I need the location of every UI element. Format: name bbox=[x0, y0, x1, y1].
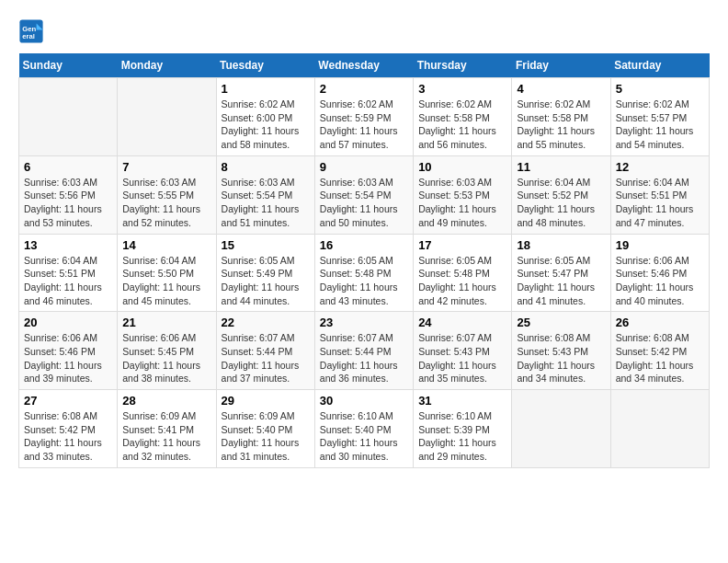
day-info: Sunrise: 6:02 AM Sunset: 5:58 PM Dayligh… bbox=[418, 98, 506, 152]
day-info: Sunrise: 6:03 AM Sunset: 5:55 PM Dayligh… bbox=[122, 176, 210, 230]
day-cell: 6Sunrise: 6:03 AM Sunset: 5:56 PM Daylig… bbox=[19, 155, 118, 234]
header: Gen eral bbox=[18, 18, 710, 44]
day-number: 24 bbox=[418, 316, 506, 329]
day-number: 10 bbox=[418, 160, 506, 174]
day-number: 27 bbox=[24, 394, 112, 408]
day-info: Sunrise: 6:04 AM Sunset: 5:50 PM Dayligh… bbox=[122, 254, 210, 308]
day-cell: 17Sunrise: 6:05 AM Sunset: 5:48 PM Dayli… bbox=[414, 234, 512, 312]
week-row-2: 6Sunrise: 6:03 AM Sunset: 5:56 PM Daylig… bbox=[19, 155, 710, 234]
day-number: 13 bbox=[24, 238, 112, 252]
day-info: Sunrise: 6:02 AM Sunset: 5:59 PM Dayligh… bbox=[320, 98, 408, 152]
day-info: Sunrise: 6:10 AM Sunset: 5:39 PM Dayligh… bbox=[418, 409, 506, 464]
day-cell: 5Sunrise: 6:02 AM Sunset: 5:57 PM Daylig… bbox=[610, 78, 709, 156]
day-number: 18 bbox=[517, 238, 605, 252]
day-cell: 11Sunrise: 6:04 AM Sunset: 5:52 PM Dayli… bbox=[512, 155, 610, 234]
day-cell: 19Sunrise: 6:06 AM Sunset: 5:46 PM Dayli… bbox=[610, 234, 709, 312]
day-number: 29 bbox=[222, 394, 310, 408]
day-info: Sunrise: 6:03 AM Sunset: 5:56 PM Dayligh… bbox=[24, 176, 112, 230]
day-number: 9 bbox=[320, 160, 408, 174]
day-cell: 28Sunrise: 6:09 AM Sunset: 5:41 PM Dayli… bbox=[118, 390, 216, 468]
calendar-body: 1Sunrise: 6:02 AM Sunset: 6:00 PM Daylig… bbox=[19, 78, 710, 468]
day-number: 14 bbox=[122, 238, 210, 252]
day-number: 28 bbox=[122, 394, 210, 408]
day-info: Sunrise: 6:07 AM Sunset: 5:44 PM Dayligh… bbox=[320, 331, 408, 385]
day-cell: 22Sunrise: 6:07 AM Sunset: 5:44 PM Dayli… bbox=[216, 312, 314, 390]
day-info: Sunrise: 6:03 AM Sunset: 5:53 PM Dayligh… bbox=[418, 176, 506, 230]
day-number: 31 bbox=[418, 394, 506, 408]
day-cell bbox=[512, 390, 610, 468]
day-number: 21 bbox=[122, 316, 210, 329]
day-info: Sunrise: 6:10 AM Sunset: 5:40 PM Dayligh… bbox=[320, 409, 408, 464]
day-number: 30 bbox=[320, 394, 408, 408]
day-cell: 8Sunrise: 6:03 AM Sunset: 5:54 PM Daylig… bbox=[216, 155, 314, 234]
day-cell: 29Sunrise: 6:09 AM Sunset: 5:40 PM Dayli… bbox=[216, 390, 314, 468]
day-number: 5 bbox=[616, 82, 704, 96]
day-number: 23 bbox=[320, 316, 408, 329]
day-info: Sunrise: 6:05 AM Sunset: 5:49 PM Dayligh… bbox=[222, 254, 310, 308]
day-cell: 25Sunrise: 6:08 AM Sunset: 5:43 PM Dayli… bbox=[512, 312, 610, 390]
day-info: Sunrise: 6:07 AM Sunset: 5:43 PM Dayligh… bbox=[418, 331, 506, 385]
day-cell: 1Sunrise: 6:02 AM Sunset: 6:00 PM Daylig… bbox=[216, 78, 314, 156]
day-cell: 7Sunrise: 6:03 AM Sunset: 5:55 PM Daylig… bbox=[118, 155, 216, 234]
day-info: Sunrise: 6:02 AM Sunset: 5:57 PM Dayligh… bbox=[616, 98, 704, 152]
week-row-5: 27Sunrise: 6:08 AM Sunset: 5:42 PM Dayli… bbox=[19, 390, 710, 468]
day-info: Sunrise: 6:08 AM Sunset: 5:42 PM Dayligh… bbox=[24, 409, 112, 464]
day-number: 1 bbox=[222, 82, 310, 96]
svg-text:Gen: Gen bbox=[22, 25, 36, 33]
day-info: Sunrise: 6:09 AM Sunset: 5:41 PM Dayligh… bbox=[122, 409, 210, 464]
day-info: Sunrise: 6:05 AM Sunset: 5:48 PM Dayligh… bbox=[418, 254, 506, 308]
calendar-table: SundayMondayTuesdayWednesdayThursdayFrid… bbox=[18, 53, 710, 468]
day-info: Sunrise: 6:06 AM Sunset: 5:46 PM Dayligh… bbox=[616, 254, 704, 308]
header-day-saturday: Saturday bbox=[610, 53, 709, 78]
header-day-tuesday: Tuesday bbox=[216, 53, 314, 78]
day-number: 19 bbox=[616, 238, 704, 252]
day-cell: 21Sunrise: 6:06 AM Sunset: 5:45 PM Dayli… bbox=[118, 312, 216, 390]
day-cell: 27Sunrise: 6:08 AM Sunset: 5:42 PM Dayli… bbox=[19, 390, 118, 468]
header-day-monday: Monday bbox=[118, 53, 216, 78]
day-cell: 2Sunrise: 6:02 AM Sunset: 5:59 PM Daylig… bbox=[314, 78, 413, 156]
day-number: 12 bbox=[616, 160, 704, 174]
day-number: 25 bbox=[517, 316, 605, 329]
day-cell: 31Sunrise: 6:10 AM Sunset: 5:39 PM Dayli… bbox=[414, 390, 512, 468]
day-info: Sunrise: 6:03 AM Sunset: 5:54 PM Dayligh… bbox=[320, 176, 408, 230]
day-cell: 26Sunrise: 6:08 AM Sunset: 5:42 PM Dayli… bbox=[610, 312, 709, 390]
day-cell: 9Sunrise: 6:03 AM Sunset: 5:54 PM Daylig… bbox=[314, 155, 413, 234]
day-cell: 23Sunrise: 6:07 AM Sunset: 5:44 PM Dayli… bbox=[314, 312, 413, 390]
week-row-3: 13Sunrise: 6:04 AM Sunset: 5:51 PM Dayli… bbox=[19, 234, 710, 312]
header-day-thursday: Thursday bbox=[414, 53, 512, 78]
day-cell: 20Sunrise: 6:06 AM Sunset: 5:46 PM Dayli… bbox=[19, 312, 118, 390]
day-number: 15 bbox=[222, 238, 310, 252]
day-number: 22 bbox=[222, 316, 310, 329]
day-info: Sunrise: 6:09 AM Sunset: 5:40 PM Dayligh… bbox=[222, 409, 310, 464]
day-info: Sunrise: 6:04 AM Sunset: 5:51 PM Dayligh… bbox=[24, 254, 112, 308]
day-number: 3 bbox=[418, 82, 506, 96]
day-cell bbox=[610, 390, 709, 468]
day-number: 8 bbox=[222, 160, 310, 174]
day-cell: 16Sunrise: 6:05 AM Sunset: 5:48 PM Dayli… bbox=[314, 234, 413, 312]
day-cell: 12Sunrise: 6:04 AM Sunset: 5:51 PM Dayli… bbox=[610, 155, 709, 234]
header-row: SundayMondayTuesdayWednesdayThursdayFrid… bbox=[19, 53, 710, 78]
header-day-friday: Friday bbox=[512, 53, 610, 78]
day-cell: 15Sunrise: 6:05 AM Sunset: 5:49 PM Dayli… bbox=[216, 234, 314, 312]
day-cell bbox=[118, 78, 216, 156]
day-info: Sunrise: 6:04 AM Sunset: 5:52 PM Dayligh… bbox=[517, 176, 605, 230]
day-number: 4 bbox=[517, 82, 605, 96]
logo: Gen eral bbox=[18, 18, 48, 44]
day-info: Sunrise: 6:08 AM Sunset: 5:42 PM Dayligh… bbox=[616, 331, 704, 385]
day-number: 20 bbox=[24, 316, 112, 329]
day-number: 17 bbox=[418, 238, 506, 252]
day-cell bbox=[19, 78, 118, 156]
day-cell: 4Sunrise: 6:02 AM Sunset: 5:58 PM Daylig… bbox=[512, 78, 610, 156]
day-info: Sunrise: 6:07 AM Sunset: 5:44 PM Dayligh… bbox=[222, 331, 310, 385]
day-cell: 14Sunrise: 6:04 AM Sunset: 5:50 PM Dayli… bbox=[118, 234, 216, 312]
day-cell: 18Sunrise: 6:05 AM Sunset: 5:47 PM Dayli… bbox=[512, 234, 610, 312]
day-cell: 10Sunrise: 6:03 AM Sunset: 5:53 PM Dayli… bbox=[414, 155, 512, 234]
day-info: Sunrise: 6:02 AM Sunset: 5:58 PM Dayligh… bbox=[517, 98, 605, 152]
week-row-1: 1Sunrise: 6:02 AM Sunset: 6:00 PM Daylig… bbox=[19, 78, 710, 156]
day-cell: 30Sunrise: 6:10 AM Sunset: 5:40 PM Dayli… bbox=[314, 390, 413, 468]
day-info: Sunrise: 6:03 AM Sunset: 5:54 PM Dayligh… bbox=[222, 176, 310, 230]
day-info: Sunrise: 6:06 AM Sunset: 5:45 PM Dayligh… bbox=[122, 331, 210, 385]
header-day-sunday: Sunday bbox=[19, 53, 118, 78]
day-number: 26 bbox=[616, 316, 704, 329]
calendar-header: SundayMondayTuesdayWednesdayThursdayFrid… bbox=[19, 53, 710, 78]
